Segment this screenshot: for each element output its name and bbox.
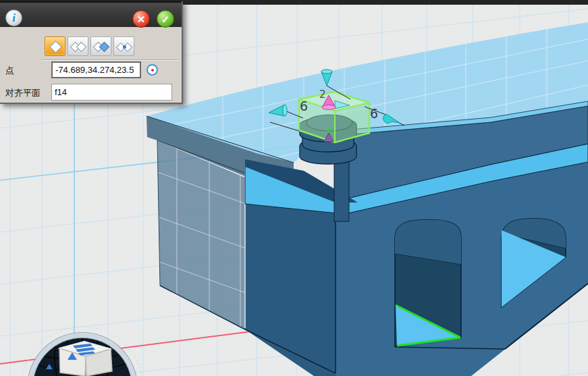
dialog-titlebar[interactable]: i ✕ ✓ [0, 1, 182, 27]
cad-application-window: 2 6 6 [0, 0, 588, 376]
dim-label-right[interactable]: 6 [370, 106, 378, 121]
mode-button-between-points[interactable] [113, 36, 134, 56]
point-coordinates-input[interactable] [51, 61, 141, 78]
mode-button-point-offset[interactable] [90, 36, 111, 56]
diamond-icon [49, 41, 61, 53]
point-input-dialog: i ✕ ✓ 点 对齐平面 [0, 1, 183, 104]
arch-opening-left[interactable] [395, 220, 461, 346]
align-plane-field-row: 对齐平面 [0, 84, 182, 101]
blue-dot-icon [123, 45, 126, 49]
cancel-button[interactable]: ✕ [132, 10, 150, 28]
dim-label-left[interactable]: 6 [300, 99, 308, 113]
diamond-icon [76, 42, 87, 53]
point-field-label: 点 [5, 65, 14, 77]
toolbar-separator [42, 59, 178, 61]
align-plane-field-label: 对齐平面 [5, 87, 41, 99]
dim-label-top[interactable]: 2 [319, 88, 326, 101]
info-icon: i [5, 9, 22, 26]
point-mode-toolbar [45, 36, 134, 56]
mode-button-point[interactable] [45, 36, 65, 56]
mode-button-two-point[interactable] [68, 36, 88, 56]
align-plane-input[interactable] [51, 84, 172, 101]
diamond-icon-blue [99, 42, 110, 53]
point-field-row: 点 [0, 61, 182, 79]
ok-button[interactable]: ✓ [157, 10, 174, 28]
point-picker-icon[interactable] [146, 64, 158, 76]
